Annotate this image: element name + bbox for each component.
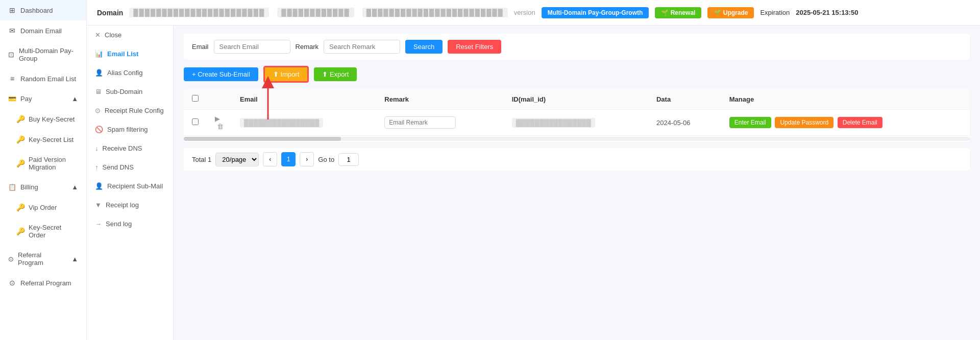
email-table: Email Remark ID(mail_id) Data: [184, 89, 970, 136]
sidebar-item-key-list[interactable]: 🔑 Key-Secret List: [0, 129, 86, 150]
domain-value: ███████████████████████: [129, 8, 269, 17]
domain-value2: ████████████: [277, 8, 354, 17]
import-button[interactable]: ⬆ Import: [263, 66, 309, 83]
remark-search-input[interactable]: [324, 40, 400, 54]
key-order-icon: 🔑: [16, 227, 24, 235]
second-sidebar-spam[interactable]: 🚫 Spam filtering: [87, 120, 173, 139]
th-expand: [207, 89, 232, 110]
header-bar: Domain ███████████████████████ █████████…: [87, 0, 980, 26]
sidebar-item-dashboard[interactable]: ⊞ Dashboard: [0, 0, 86, 20]
table-row: ▶ 🗑 ████████████████ ████████████████: [184, 110, 970, 136]
second-sidebar-label-spam: Spam filtering: [107, 126, 148, 133]
sidebar-item-referral2[interactable]: ⊙ Referral Program: [0, 273, 86, 293]
sidebar-label-domain-email: Domain Email: [20, 27, 62, 35]
sidebar-item-multi-domain[interactable]: ⊡ Multi-Domain Pay-Group: [0, 41, 86, 68]
second-sidebar-label-receipt-log: Receipt log: [106, 201, 139, 209]
create-sub-email-button[interactable]: + Create Sub-Email: [184, 67, 258, 81]
second-sidebar-receipt-log[interactable]: ▼ Receipt log: [87, 196, 173, 214]
delete-email-button[interactable]: Delete Email: [838, 117, 883, 128]
remark-input[interactable]: [384, 116, 456, 129]
th-checkbox: [184, 89, 207, 110]
second-sidebar-send-dns[interactable]: ↑ Send DNS: [87, 158, 173, 177]
second-sidebar-label-alias: Alias Config: [107, 69, 142, 77]
second-sidebar-label-email-list: Email List: [107, 50, 138, 58]
sidebar-item-key-order[interactable]: 🔑 Key-Secret Order: [0, 217, 86, 245]
row-expand-cell: ▶ 🗑: [207, 110, 232, 136]
next-page-button[interactable]: ›: [300, 152, 314, 166]
sidebar-label-dashboard: Dashboard: [20, 7, 53, 14]
row-checkbox[interactable]: [192, 118, 199, 125]
badge-renewal: 🌱 Renewal: [655, 7, 701, 18]
sidebar-label-buy-key: Buy Key-Secret: [29, 115, 75, 123]
expand-icon[interactable]: ▶: [215, 115, 220, 123]
sidebar-item-vip-order[interactable]: 🔑 Vip Order: [0, 197, 86, 217]
row-id-cell: ████████████████: [504, 110, 648, 136]
sidebar-item-domain-email[interactable]: ✉ Domain Email: [0, 20, 86, 41]
sidebar-label-key-list: Key-Secret List: [29, 136, 74, 143]
second-sidebar-receipt-rule[interactable]: ⊙ Receipt Rule Config: [87, 101, 173, 120]
second-sidebar-recipient[interactable]: 👤 Recipient Sub-Mail: [87, 177, 173, 196]
close-icon: ✕: [95, 31, 101, 39]
key-list-icon: 🔑: [16, 135, 24, 143]
second-sidebar-label-send-log: Send log: [106, 220, 132, 228]
main-panel: Email Remark Search Reset Filters + Crea…: [174, 26, 980, 340]
sidebar-label-billing: Billing: [20, 183, 38, 191]
search-button[interactable]: Search: [405, 40, 443, 54]
receive-dns-icon: ↓: [95, 144, 99, 152]
chart-icon: 📊: [95, 50, 103, 58]
send-dns-icon: ↑: [95, 163, 99, 171]
sidebar-item-random-email[interactable]: ≡ Random Email List: [0, 68, 86, 89]
second-sidebar-subdomain[interactable]: 🖥 Sub-Domain: [87, 82, 173, 101]
sidebar-label-referral: Referral Program: [18, 251, 67, 266]
vip-icon: 🔑: [16, 203, 24, 211]
email-search-input[interactable]: [214, 40, 290, 54]
total-label: Total 1: [192, 156, 211, 163]
delete-icon[interactable]: 🗑: [217, 123, 224, 130]
email-icon: ✉: [8, 27, 16, 35]
h-scrollbar[interactable]: [184, 137, 970, 141]
email-filter-label: Email: [192, 43, 209, 51]
sidebar-item-paid-migration[interactable]: 🔑 Paid Version Migration: [0, 150, 86, 177]
sidebar-item-referral[interactable]: ⊙ Referral Program ▲: [0, 245, 86, 273]
pagination: Total 1 20/page ‹ 1 › Go to: [184, 148, 970, 171]
page-size-select[interactable]: 20/page: [215, 153, 259, 166]
update-password-button[interactable]: Update Password: [775, 117, 834, 128]
chevron-billing-icon: ▲: [71, 183, 78, 191]
second-sidebar-email-list[interactable]: 📊 Email List: [87, 44, 173, 63]
dashboard-icon: ⊞: [8, 6, 16, 14]
second-sidebar-alias[interactable]: 👤 Alias Config: [87, 63, 173, 82]
id-value: ████████████████: [512, 118, 595, 128]
th-manage: Manage: [721, 89, 970, 110]
sidebar-label-referral2: Referral Program: [20, 279, 71, 287]
multi-domain-icon: ⊡: [8, 51, 15, 59]
second-sidebar-label-subdomain: Sub-Domain: [106, 88, 142, 95]
send-log-icon: →: [95, 220, 102, 228]
receipt-rule-icon: ⊙: [95, 107, 101, 114]
chevron-referral-icon: ▲: [71, 255, 78, 263]
key-icon: 🔑: [16, 115, 24, 123]
th-data: Data: [648, 89, 721, 110]
second-sidebar-close[interactable]: ✕ Close: [87, 26, 173, 44]
sidebar-item-buy-key[interactable]: 🔑 Buy Key-Secret: [0, 109, 86, 129]
content-area: ✕ Close 📊 Email List 👤 Alias Config 🖥 Su…: [87, 26, 980, 340]
date-value: 2024-05-06: [656, 119, 691, 127]
select-all-checkbox[interactable]: [192, 95, 199, 102]
reset-filters-button[interactable]: Reset Filters: [448, 40, 501, 54]
second-sidebar-label-close: Close: [105, 31, 121, 39]
page-1-button[interactable]: 1: [281, 152, 296, 166]
prev-page-button[interactable]: ‹: [263, 152, 277, 166]
enter-email-button[interactable]: Enter Email: [729, 117, 771, 128]
sidebar-item-pay[interactable]: 💳 Pay ▲: [0, 89, 86, 109]
second-sidebar-receive-dns[interactable]: ↓ Receive DNS: [87, 139, 173, 158]
email-value: ████████████████: [240, 118, 323, 128]
version-label: version: [514, 9, 535, 16]
email-table-container: Email Remark ID(mail_id) Data: [184, 89, 970, 142]
expiry-label: Expiration: [760, 9, 790, 16]
sidebar-label-random-email: Random Email List: [20, 75, 76, 83]
sidebar-item-billing[interactable]: 📋 Billing ▲: [0, 177, 86, 197]
second-sidebar-send-log[interactable]: → Send log: [87, 214, 173, 233]
row-manage-cell: Enter Email Update Password Delete Email: [721, 110, 970, 136]
export-button[interactable]: ⬆ Export: [314, 67, 357, 81]
goto-input[interactable]: [338, 153, 359, 166]
second-sidebar: ✕ Close 📊 Email List 👤 Alias Config 🖥 Su…: [87, 26, 174, 340]
